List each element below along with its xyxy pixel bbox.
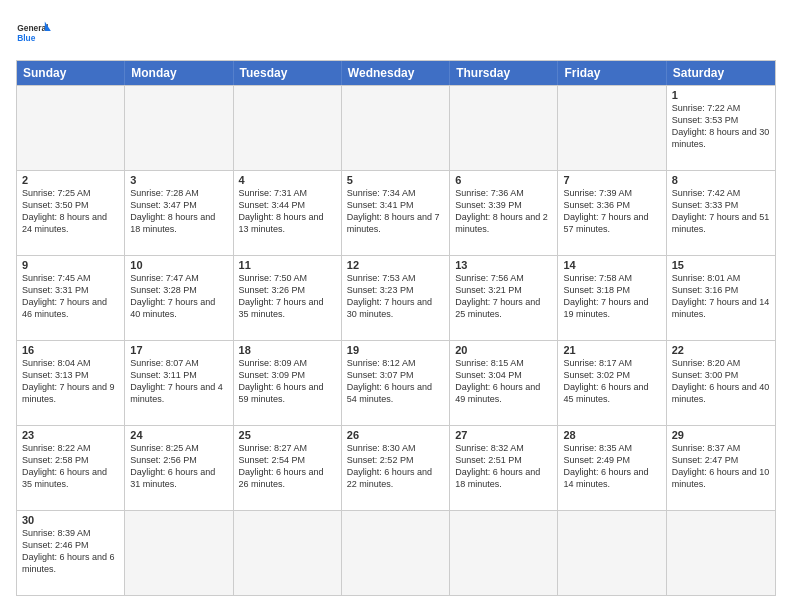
day-info: Sunrise: 7:56 AM Sunset: 3:21 PM Dayligh…: [455, 272, 552, 321]
day-info: Sunrise: 7:25 AM Sunset: 3:50 PM Dayligh…: [22, 187, 119, 236]
calendar-day-14: 14Sunrise: 7:58 AM Sunset: 3:18 PM Dayli…: [558, 256, 666, 340]
day-number: 21: [563, 344, 660, 356]
calendar-day-12: 12Sunrise: 7:53 AM Sunset: 3:23 PM Dayli…: [342, 256, 450, 340]
calendar-empty-cell: [17, 86, 125, 170]
calendar-day-4: 4Sunrise: 7:31 AM Sunset: 3:44 PM Daylig…: [234, 171, 342, 255]
calendar-empty-cell: [342, 86, 450, 170]
day-number: 17: [130, 344, 227, 356]
day-number: 4: [239, 174, 336, 186]
day-number: 19: [347, 344, 444, 356]
day-number: 14: [563, 259, 660, 271]
day-of-week-thursday: Thursday: [450, 61, 558, 85]
calendar-header: SundayMondayTuesdayWednesdayThursdayFrid…: [17, 61, 775, 85]
calendar-empty-cell: [342, 511, 450, 595]
day-of-week-tuesday: Tuesday: [234, 61, 342, 85]
calendar-week-1: 1Sunrise: 7:22 AM Sunset: 3:53 PM Daylig…: [17, 85, 775, 170]
calendar-week-6: 30Sunrise: 8:39 AM Sunset: 2:46 PM Dayli…: [17, 510, 775, 595]
day-info: Sunrise: 8:09 AM Sunset: 3:09 PM Dayligh…: [239, 357, 336, 406]
day-number: 3: [130, 174, 227, 186]
day-number: 30: [22, 514, 119, 526]
day-of-week-saturday: Saturday: [667, 61, 775, 85]
day-number: 11: [239, 259, 336, 271]
day-of-week-wednesday: Wednesday: [342, 61, 450, 85]
calendar-day-7: 7Sunrise: 7:39 AM Sunset: 3:36 PM Daylig…: [558, 171, 666, 255]
day-number: 15: [672, 259, 770, 271]
day-info: Sunrise: 7:42 AM Sunset: 3:33 PM Dayligh…: [672, 187, 770, 236]
day-number: 18: [239, 344, 336, 356]
calendar-week-3: 9Sunrise: 7:45 AM Sunset: 3:31 PM Daylig…: [17, 255, 775, 340]
day-info: Sunrise: 7:50 AM Sunset: 3:26 PM Dayligh…: [239, 272, 336, 321]
day-number: 16: [22, 344, 119, 356]
calendar-empty-cell: [667, 511, 775, 595]
calendar-day-30: 30Sunrise: 8:39 AM Sunset: 2:46 PM Dayli…: [17, 511, 125, 595]
day-number: 29: [672, 429, 770, 441]
day-number: 23: [22, 429, 119, 441]
calendar-week-4: 16Sunrise: 8:04 AM Sunset: 3:13 PM Dayli…: [17, 340, 775, 425]
day-number: 6: [455, 174, 552, 186]
calendar-empty-cell: [234, 511, 342, 595]
day-info: Sunrise: 7:36 AM Sunset: 3:39 PM Dayligh…: [455, 187, 552, 236]
day-number: 10: [130, 259, 227, 271]
day-number: 1: [672, 89, 770, 101]
day-info: Sunrise: 8:22 AM Sunset: 2:58 PM Dayligh…: [22, 442, 119, 491]
calendar-day-23: 23Sunrise: 8:22 AM Sunset: 2:58 PM Dayli…: [17, 426, 125, 510]
calendar-day-13: 13Sunrise: 7:56 AM Sunset: 3:21 PM Dayli…: [450, 256, 558, 340]
day-number: 27: [455, 429, 552, 441]
calendar-week-5: 23Sunrise: 8:22 AM Sunset: 2:58 PM Dayli…: [17, 425, 775, 510]
day-number: 13: [455, 259, 552, 271]
calendar-day-27: 27Sunrise: 8:32 AM Sunset: 2:51 PM Dayli…: [450, 426, 558, 510]
day-info: Sunrise: 8:20 AM Sunset: 3:00 PM Dayligh…: [672, 357, 770, 406]
calendar-day-17: 17Sunrise: 8:07 AM Sunset: 3:11 PM Dayli…: [125, 341, 233, 425]
day-info: Sunrise: 8:07 AM Sunset: 3:11 PM Dayligh…: [130, 357, 227, 406]
calendar: SundayMondayTuesdayWednesdayThursdayFrid…: [16, 60, 776, 596]
calendar-body: 1Sunrise: 7:22 AM Sunset: 3:53 PM Daylig…: [17, 85, 775, 595]
calendar-day-3: 3Sunrise: 7:28 AM Sunset: 3:47 PM Daylig…: [125, 171, 233, 255]
calendar-day-24: 24Sunrise: 8:25 AM Sunset: 2:56 PM Dayli…: [125, 426, 233, 510]
day-info: Sunrise: 7:34 AM Sunset: 3:41 PM Dayligh…: [347, 187, 444, 236]
day-number: 26: [347, 429, 444, 441]
page: General Blue SundayMondayTuesdayWednesda…: [0, 0, 792, 612]
day-info: Sunrise: 7:47 AM Sunset: 3:28 PM Dayligh…: [130, 272, 227, 321]
generalblue-logo-icon: General Blue: [16, 16, 52, 52]
calendar-empty-cell: [234, 86, 342, 170]
calendar-day-5: 5Sunrise: 7:34 AM Sunset: 3:41 PM Daylig…: [342, 171, 450, 255]
calendar-day-9: 9Sunrise: 7:45 AM Sunset: 3:31 PM Daylig…: [17, 256, 125, 340]
logo: General Blue: [16, 16, 52, 52]
calendar-day-25: 25Sunrise: 8:27 AM Sunset: 2:54 PM Dayli…: [234, 426, 342, 510]
calendar-week-2: 2Sunrise: 7:25 AM Sunset: 3:50 PM Daylig…: [17, 170, 775, 255]
svg-text:Blue: Blue: [17, 33, 36, 43]
day-number: 9: [22, 259, 119, 271]
calendar-day-26: 26Sunrise: 8:30 AM Sunset: 2:52 PM Dayli…: [342, 426, 450, 510]
day-info: Sunrise: 8:39 AM Sunset: 2:46 PM Dayligh…: [22, 527, 119, 576]
calendar-day-10: 10Sunrise: 7:47 AM Sunset: 3:28 PM Dayli…: [125, 256, 233, 340]
svg-text:General: General: [17, 23, 48, 33]
calendar-day-15: 15Sunrise: 8:01 AM Sunset: 3:16 PM Dayli…: [667, 256, 775, 340]
day-of-week-friday: Friday: [558, 61, 666, 85]
day-info: Sunrise: 7:22 AM Sunset: 3:53 PM Dayligh…: [672, 102, 770, 151]
day-number: 25: [239, 429, 336, 441]
calendar-empty-cell: [558, 86, 666, 170]
day-number: 22: [672, 344, 770, 356]
header: General Blue: [16, 16, 776, 52]
day-info: Sunrise: 8:15 AM Sunset: 3:04 PM Dayligh…: [455, 357, 552, 406]
day-info: Sunrise: 8:32 AM Sunset: 2:51 PM Dayligh…: [455, 442, 552, 491]
day-of-week-monday: Monday: [125, 61, 233, 85]
day-info: Sunrise: 7:45 AM Sunset: 3:31 PM Dayligh…: [22, 272, 119, 321]
calendar-empty-cell: [450, 511, 558, 595]
day-number: 12: [347, 259, 444, 271]
day-info: Sunrise: 7:28 AM Sunset: 3:47 PM Dayligh…: [130, 187, 227, 236]
calendar-empty-cell: [125, 86, 233, 170]
day-number: 2: [22, 174, 119, 186]
calendar-empty-cell: [558, 511, 666, 595]
calendar-day-22: 22Sunrise: 8:20 AM Sunset: 3:00 PM Dayli…: [667, 341, 775, 425]
day-info: Sunrise: 8:25 AM Sunset: 2:56 PM Dayligh…: [130, 442, 227, 491]
calendar-day-8: 8Sunrise: 7:42 AM Sunset: 3:33 PM Daylig…: [667, 171, 775, 255]
day-info: Sunrise: 8:17 AM Sunset: 3:02 PM Dayligh…: [563, 357, 660, 406]
day-info: Sunrise: 7:58 AM Sunset: 3:18 PM Dayligh…: [563, 272, 660, 321]
day-number: 7: [563, 174, 660, 186]
calendar-day-11: 11Sunrise: 7:50 AM Sunset: 3:26 PM Dayli…: [234, 256, 342, 340]
calendar-day-28: 28Sunrise: 8:35 AM Sunset: 2:49 PM Dayli…: [558, 426, 666, 510]
day-number: 24: [130, 429, 227, 441]
calendar-day-2: 2Sunrise: 7:25 AM Sunset: 3:50 PM Daylig…: [17, 171, 125, 255]
day-info: Sunrise: 8:04 AM Sunset: 3:13 PM Dayligh…: [22, 357, 119, 406]
